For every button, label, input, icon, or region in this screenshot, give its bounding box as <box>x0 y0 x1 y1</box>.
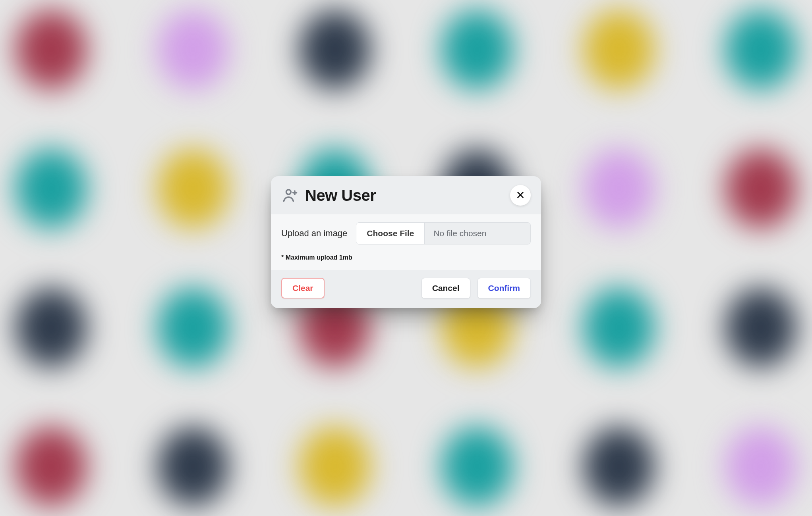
file-input[interactable]: Choose File No file chosen <box>356 222 531 245</box>
modal-header: New User <box>271 176 541 214</box>
clear-button[interactable]: Clear <box>281 278 325 298</box>
cancel-button[interactable]: Cancel <box>421 278 470 298</box>
choose-file-button[interactable]: Choose File <box>356 223 425 244</box>
close-icon <box>516 191 525 200</box>
upload-row: Upload an image Choose File No file chos… <box>281 222 531 245</box>
user-plus-icon <box>281 187 299 204</box>
modal-body: Upload an image Choose File No file chos… <box>271 214 541 270</box>
close-button[interactable] <box>510 185 531 206</box>
confirm-button[interactable]: Confirm <box>478 278 531 298</box>
upload-hint: * Maximum upload 1mb <box>281 254 531 261</box>
svg-point-0 <box>286 190 291 194</box>
new-user-modal: New User Upload an image Choose File No … <box>271 176 541 308</box>
modal-title: New User <box>305 187 504 204</box>
file-status-text: No file chosen <box>425 223 530 244</box>
modal-footer: Clear Cancel Confirm <box>271 270 541 308</box>
upload-label: Upload an image <box>281 228 347 239</box>
